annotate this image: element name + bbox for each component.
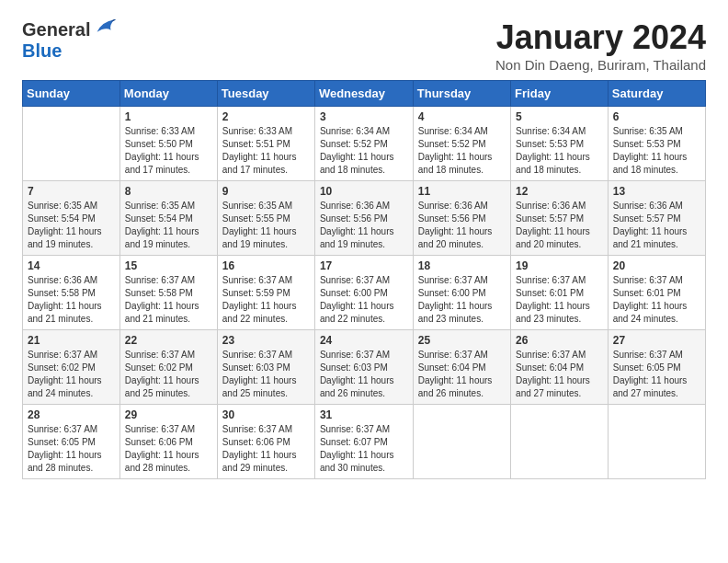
- calendar-cell: 19Sunrise: 6:37 AM Sunset: 6:01 PM Dayli…: [511, 256, 609, 330]
- day-info: Sunrise: 6:37 AM Sunset: 6:05 PM Dayligh…: [28, 423, 115, 475]
- calendar-week-row: 14Sunrise: 6:36 AM Sunset: 5:58 PM Dayli…: [23, 256, 706, 330]
- day-number: 17: [320, 259, 408, 272]
- day-info: Sunrise: 6:37 AM Sunset: 6:04 PM Dayligh…: [418, 349, 506, 400]
- calendar-cell: 6Sunrise: 6:35 AM Sunset: 5:53 PM Daylig…: [608, 107, 705, 181]
- day-info: Sunrise: 6:37 AM Sunset: 6:01 PM Dayligh…: [516, 274, 603, 326]
- day-number: 12: [516, 185, 603, 198]
- day-number: 28: [28, 408, 115, 421]
- day-number: 14: [28, 259, 115, 272]
- day-header-thursday: Thursday: [413, 81, 510, 107]
- calendar-table: SundayMondayTuesdayWednesdayThursdayFrid…: [22, 80, 706, 479]
- calendar-cell: 8Sunrise: 6:35 AM Sunset: 5:54 PM Daylig…: [119, 181, 217, 256]
- title-area: January 2024 Non Din Daeng, Buriram, Tha…: [495, 18, 706, 73]
- day-info: Sunrise: 6:36 AM Sunset: 5:56 PM Dayligh…: [418, 200, 506, 251]
- day-number: 27: [613, 334, 700, 347]
- day-info: Sunrise: 6:35 AM Sunset: 5:55 PM Dayligh…: [222, 200, 310, 251]
- day-number: 21: [28, 334, 115, 347]
- logo-bird-icon: [92, 15, 118, 40]
- day-info: Sunrise: 6:35 AM Sunset: 5:54 PM Dayligh…: [28, 200, 115, 251]
- day-info: Sunrise: 6:36 AM Sunset: 5:57 PM Dayligh…: [613, 200, 700, 251]
- day-number: 22: [125, 334, 212, 347]
- day-header-saturday: Saturday: [608, 81, 705, 107]
- calendar-cell: 4Sunrise: 6:34 AM Sunset: 5:52 PM Daylig…: [413, 107, 510, 181]
- calendar-cell: 27Sunrise: 6:37 AM Sunset: 6:05 PM Dayli…: [608, 330, 705, 405]
- day-number: 29: [125, 408, 212, 421]
- calendar-cell: 30Sunrise: 6:37 AM Sunset: 6:06 PM Dayli…: [217, 405, 314, 479]
- day-number: 24: [320, 334, 408, 347]
- day-info: Sunrise: 6:37 AM Sunset: 6:05 PM Dayligh…: [613, 349, 700, 400]
- day-info: Sunrise: 6:35 AM Sunset: 5:53 PM Dayligh…: [613, 125, 700, 177]
- day-number: 6: [613, 110, 700, 123]
- month-title: January 2024: [495, 18, 706, 57]
- day-info: Sunrise: 6:33 AM Sunset: 5:50 PM Dayligh…: [125, 125, 212, 177]
- day-number: 23: [222, 334, 310, 347]
- day-info: Sunrise: 6:37 AM Sunset: 6:03 PM Dayligh…: [222, 349, 310, 400]
- day-header-tuesday: Tuesday: [217, 81, 314, 107]
- day-number: 20: [613, 259, 700, 272]
- day-number: 4: [418, 110, 506, 123]
- day-info: Sunrise: 6:37 AM Sunset: 6:07 PM Dayligh…: [320, 423, 408, 475]
- day-number: 2: [222, 110, 310, 123]
- calendar-cell: 18Sunrise: 6:37 AM Sunset: 6:00 PM Dayli…: [413, 256, 510, 330]
- calendar-cell: 2Sunrise: 6:33 AM Sunset: 5:51 PM Daylig…: [217, 107, 314, 181]
- day-number: 30: [222, 408, 310, 421]
- day-number: 9: [222, 185, 310, 198]
- calendar-cell: 25Sunrise: 6:37 AM Sunset: 6:04 PM Dayli…: [413, 330, 510, 405]
- calendar-cell: 3Sunrise: 6:34 AM Sunset: 5:52 PM Daylig…: [314, 107, 413, 181]
- calendar-cell: 7Sunrise: 6:35 AM Sunset: 5:54 PM Daylig…: [23, 181, 120, 256]
- day-number: 10: [320, 185, 408, 198]
- day-header-friday: Friday: [511, 81, 609, 107]
- day-number: 26: [516, 334, 603, 347]
- day-number: 8: [125, 185, 212, 198]
- day-info: Sunrise: 6:34 AM Sunset: 5:53 PM Dayligh…: [516, 125, 603, 177]
- day-header-wednesday: Wednesday: [314, 81, 413, 107]
- calendar-cell: 16Sunrise: 6:37 AM Sunset: 5:59 PM Dayli…: [217, 256, 314, 330]
- day-number: 19: [516, 259, 603, 272]
- day-info: Sunrise: 6:35 AM Sunset: 5:54 PM Dayligh…: [125, 200, 212, 251]
- day-info: Sunrise: 6:37 AM Sunset: 6:04 PM Dayligh…: [516, 349, 603, 400]
- calendar-cell: 22Sunrise: 6:37 AM Sunset: 6:02 PM Dayli…: [119, 330, 217, 405]
- header: General Blue January 2024 Non Din Daeng,…: [22, 18, 706, 73]
- day-info: Sunrise: 6:37 AM Sunset: 6:02 PM Dayligh…: [28, 349, 115, 400]
- day-info: Sunrise: 6:36 AM Sunset: 5:57 PM Dayligh…: [516, 200, 603, 251]
- calendar-cell: 15Sunrise: 6:37 AM Sunset: 5:58 PM Dayli…: [119, 256, 217, 330]
- day-number: 15: [125, 259, 212, 272]
- calendar-cell: [413, 405, 510, 479]
- day-info: Sunrise: 6:36 AM Sunset: 5:58 PM Dayligh…: [28, 274, 115, 326]
- day-info: Sunrise: 6:37 AM Sunset: 6:00 PM Dayligh…: [320, 274, 408, 326]
- location-title: Non Din Daeng, Buriram, Thailand: [495, 57, 706, 73]
- day-info: Sunrise: 6:37 AM Sunset: 6:01 PM Dayligh…: [613, 274, 700, 326]
- calendar-cell: 28Sunrise: 6:37 AM Sunset: 6:05 PM Dayli…: [23, 405, 120, 479]
- day-number: 7: [28, 185, 115, 198]
- calendar-week-row: 28Sunrise: 6:37 AM Sunset: 6:05 PM Dayli…: [23, 405, 706, 479]
- calendar-cell: 24Sunrise: 6:37 AM Sunset: 6:03 PM Dayli…: [314, 330, 413, 405]
- day-number: 5: [516, 110, 603, 123]
- logo-general-text: General: [22, 19, 90, 40]
- calendar-cell: 14Sunrise: 6:36 AM Sunset: 5:58 PM Dayli…: [23, 256, 120, 330]
- day-number: 1: [125, 110, 212, 123]
- calendar-cell: 23Sunrise: 6:37 AM Sunset: 6:03 PM Dayli…: [217, 330, 314, 405]
- calendar-cell: 9Sunrise: 6:35 AM Sunset: 5:55 PM Daylig…: [217, 181, 314, 256]
- day-info: Sunrise: 6:36 AM Sunset: 5:56 PM Dayligh…: [320, 200, 408, 251]
- day-info: Sunrise: 6:37 AM Sunset: 5:58 PM Dayligh…: [125, 274, 212, 326]
- day-info: Sunrise: 6:37 AM Sunset: 6:00 PM Dayligh…: [418, 274, 506, 326]
- day-header-row: SundayMondayTuesdayWednesdayThursdayFrid…: [23, 81, 706, 107]
- calendar-cell: [511, 405, 609, 479]
- calendar-cell: 10Sunrise: 6:36 AM Sunset: 5:56 PM Dayli…: [314, 181, 413, 256]
- calendar-week-row: 7Sunrise: 6:35 AM Sunset: 5:54 PM Daylig…: [23, 181, 706, 256]
- calendar-cell: [608, 405, 705, 479]
- calendar-cell: 31Sunrise: 6:37 AM Sunset: 6:07 PM Dayli…: [314, 405, 413, 479]
- calendar-cell: [23, 107, 120, 181]
- day-info: Sunrise: 6:34 AM Sunset: 5:52 PM Dayligh…: [418, 125, 506, 177]
- day-info: Sunrise: 6:37 AM Sunset: 6:03 PM Dayligh…: [320, 349, 408, 400]
- day-number: 16: [222, 259, 310, 272]
- calendar-week-row: 1Sunrise: 6:33 AM Sunset: 5:50 PM Daylig…: [23, 107, 706, 181]
- day-number: 3: [320, 110, 408, 123]
- calendar-cell: 26Sunrise: 6:37 AM Sunset: 6:04 PM Dayli…: [511, 330, 609, 405]
- logo-blue-text: Blue: [22, 40, 62, 61]
- day-header-sunday: Sunday: [23, 81, 120, 107]
- day-info: Sunrise: 6:37 AM Sunset: 5:59 PM Dayligh…: [222, 274, 310, 326]
- day-info: Sunrise: 6:33 AM Sunset: 5:51 PM Dayligh…: [222, 125, 310, 177]
- day-info: Sunrise: 6:34 AM Sunset: 5:52 PM Dayligh…: [320, 125, 408, 177]
- calendar-cell: 11Sunrise: 6:36 AM Sunset: 5:56 PM Dayli…: [413, 181, 510, 256]
